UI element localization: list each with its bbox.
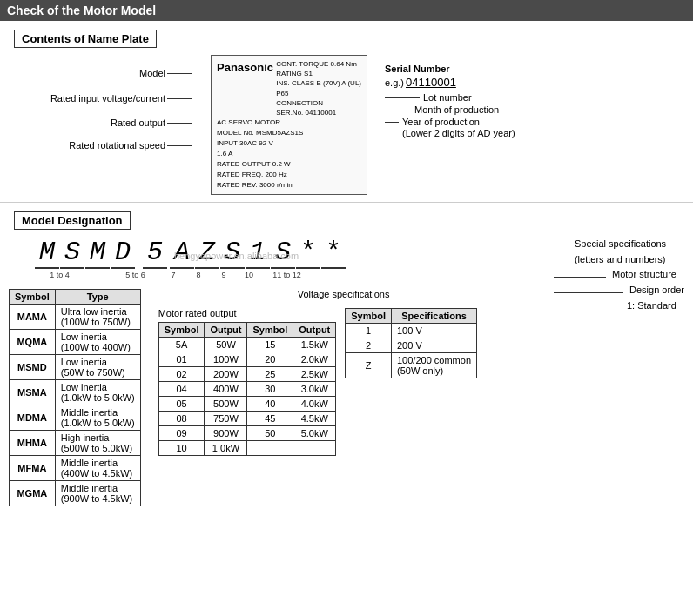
type-cell: Middle inertia(400W to 4.5kW) [55, 456, 140, 481]
voltage-symbol-cell: Z [346, 353, 392, 378]
voltage-table-wrapper: Symbol Specifications 1100 V2200 VZ100/2… [345, 308, 477, 378]
volt-col-sym: Symbol [346, 309, 392, 324]
output-cell: 2.5kW [293, 367, 336, 382]
output-cell: 15 [247, 338, 293, 352]
output-cell: 3.0kW [293, 382, 336, 397]
voltage-row: 2200 V [346, 338, 477, 353]
np-current: 1.6 A [217, 149, 361, 159]
year-line [385, 122, 399, 123]
brand-name: Panasonic [217, 59, 273, 77]
output-cell: 08 [158, 412, 205, 426]
symbol-type-row: MHMAHigh inertia(500W to 5.0kW) [10, 431, 141, 456]
voltage-symbol-cell: 2 [346, 338, 392, 353]
output-cell: 20 [247, 352, 293, 367]
output-cell: 01 [158, 352, 205, 367]
nameplate-section: Contents of Name Plate Model Rated input… [0, 21, 693, 203]
symbol-type-row: MDMAMiddle inertia(1.0kW to 5.0kW) [10, 405, 141, 431]
type-cell: High inertia(500W to 5.0kW) [55, 431, 140, 456]
ml-S: S [60, 238, 84, 269]
nameplate-right-col: CONT. TORQUE 0.64 Nm RATING S1 INS. CLAS… [276, 59, 361, 117]
nameplate-content: Model Rated input voltage/current Rated … [9, 55, 684, 195]
label-output: Rated output [9, 117, 165, 128]
output-table: Symbol Output Symbol Output 5A50W151.5kW… [158, 322, 337, 456]
page-header: Check of the Motor Model [0, 0, 693, 21]
volt-col-spec: Specifications [392, 309, 477, 324]
model-section-title: Model Designation [14, 211, 131, 230]
output-cell: 05 [158, 397, 205, 412]
serial-title: Serial Number [385, 64, 515, 74]
serial-annot-ad: (Lower 2 digits of AD year) [385, 128, 515, 138]
month-label: Month of production [414, 104, 499, 115]
annot-special-spec: Special specifications [554, 237, 684, 252]
voltage-table: Symbol Specifications 1100 V2200 VZ100/2… [345, 308, 477, 378]
special-label: Special specifications [575, 237, 666, 252]
serial-section: Serial Number e.g.) 04110001 Lot number … [385, 55, 515, 138]
output-cell: 400W [205, 382, 247, 397]
output-cell: 1.5kW [293, 338, 336, 352]
connector-speed [167, 145, 192, 146]
connector-voltage [167, 98, 192, 99]
connector-output [167, 123, 192, 124]
annot-1-standard: 1: Standard [554, 298, 684, 314]
output-row: 04400W303.0kW [158, 382, 336, 397]
connector-model [167, 73, 192, 74]
output-row: 05500W404.0kW [158, 397, 336, 412]
output-row: 02200W252.5kW [158, 367, 336, 382]
np-brand-subtitle: AC SERVO MOTOR [217, 117, 361, 128]
voltage-spec-label: Voltage specifications [298, 289, 477, 299]
pos-9: 9 [212, 271, 236, 279]
symbol-type-row: MQMALow inertia(100W to 400W) [10, 330, 141, 355]
np-model-no: MODEL No. MSMD5AZS1S [217, 128, 361, 138]
pos-8: 8 [186, 271, 211, 279]
output-cell: 04 [158, 382, 205, 397]
output-cell: 50 [247, 426, 293, 441]
output-row: 09900W505.0kW [158, 426, 336, 441]
nameplate-box: Panasonic CONT. TORQUE 0.64 Nm RATING S1… [211, 55, 367, 195]
symbol-cell: MGMA [10, 481, 56, 506]
serial-annot-year: Year of production [385, 117, 515, 127]
right-top: Motor rated output Symbol Output Symbol … [158, 308, 477, 456]
out-col-sym2: Symbol [247, 323, 293, 338]
np-connection: CONNECTION [276, 98, 361, 108]
annot-design-order: Design order [554, 283, 684, 298]
np-input: INPUT 30AC 92 V [217, 138, 361, 149]
model-annotations-right: Special specifications (letters and numb… [554, 237, 684, 313]
symbol-type-table: Symbol Type MAMAUltra low inertia(100W t… [9, 289, 141, 506]
output-cell: 500W [205, 397, 247, 412]
output-cell [293, 441, 336, 456]
symbol-cell: MSMD [10, 355, 56, 380]
output-cell: 10 [158, 441, 205, 456]
ml-D: D [111, 238, 135, 269]
voltage-row: Z100/200 common(50W only) [346, 353, 477, 378]
label-row-output: Rated output [9, 110, 193, 135]
np-ins-class: INS. CLASS B (70V) A (UL) [276, 78, 361, 88]
motor-output-label: Motor rated output [158, 308, 337, 318]
output-cell: 45 [247, 412, 293, 426]
type-cell: Middle inertia(900W to 4.5kW) [55, 481, 140, 506]
output-row: 08750W454.5kW [158, 412, 336, 426]
symbol-cell: MFMA [10, 456, 56, 481]
struct-line [554, 277, 606, 278]
voltage-header-row: Symbol Specifications [346, 309, 477, 324]
col-symbol: Symbol [10, 290, 56, 305]
annot-letters-numbers: (letters and numbers) [554, 252, 684, 268]
serial-annot-month: Month of production [385, 104, 515, 115]
output-cell: 4.0kW [293, 397, 336, 412]
label-row-voltage: Rated input voltage/current [9, 86, 193, 110]
pos-5to6: 5 to 6 [111, 271, 160, 279]
symbol-cell: MAMA [10, 305, 56, 330]
label-speed: Rated rotational speed [9, 140, 165, 151]
ml-S3: S [271, 238, 295, 269]
output-cell: 5.0kW [293, 426, 336, 441]
np-serno: SER.No. 04110001 [276, 108, 361, 117]
out-col-sym1: Symbol [158, 323, 205, 338]
lot-line [385, 97, 420, 98]
label-model: Model [9, 68, 165, 78]
output-cell: 100W [205, 352, 247, 367]
type-cell: Low inertia(100W to 400W) [55, 330, 140, 355]
output-cell: 1.0kW [205, 441, 247, 456]
out-col-out2: Output [293, 323, 336, 338]
model-diagram: M S M D 5 A Z S 1 S * * 1 to 4 5 to 6 7 … [0, 233, 693, 279]
ml-ast1: * [296, 238, 320, 269]
type-cell: Low inertia(1.0kW to 5.0kW) [55, 380, 140, 405]
